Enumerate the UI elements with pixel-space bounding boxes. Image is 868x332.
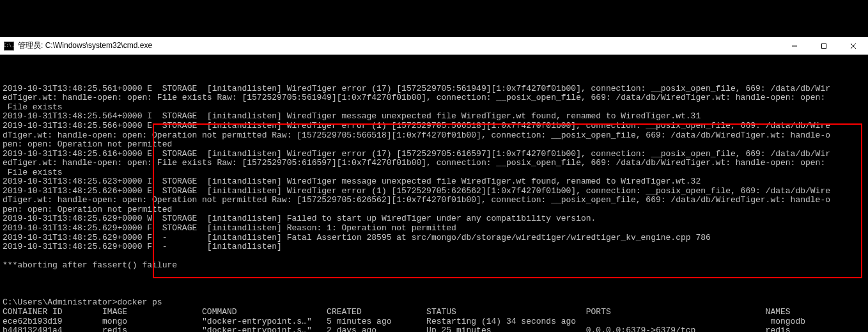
log-line: 2019-10-31T13:48:25.629+0000 F - [initan… [3, 233, 711, 242]
log-line: 2019-10-31T13:48:25.626+0000 E STORAGE [… [3, 186, 830, 196]
log-line: 2019-10-31T13:48:25.616+0000 E STORAGE [… [3, 149, 830, 159]
log-line: dTiger.wt: handle-open: open: Operation … [3, 130, 830, 140]
prompt-line: C:\Users\Administrator>docker ps [3, 297, 162, 307]
log-line: 2019-10-31T13:48:25.566+0000 E STORAGE [… [3, 121, 830, 130]
log-line: 2019-10-31T13:48:25.623+0000 I STORAGE [… [3, 177, 701, 186]
close-button[interactable] [839, 37, 868, 54]
svg-rect-1 [822, 43, 826, 48]
terminal-output[interactable]: 2019-10-31T13:48:25.561+0000 E STORAGE [… [0, 74, 868, 332]
log-line: pen: open: Operation not permitted [3, 205, 172, 214]
window-titlebar: C:\. 管理员: C:\Windows\system32\cmd.exe [0, 37, 868, 55]
log-line: 2019-10-31T13:48:25.561+0000 E STORAGE [… [3, 84, 830, 93]
log-line: 2019-10-31T13:48:25.564+0000 I STORAGE [… [3, 111, 701, 121]
log-line: dTiger.wt: handle-open: open: Operation … [3, 195, 830, 205]
cmd-icon: C:\. [4, 42, 14, 51]
window-title: 管理员: C:\Windows\system32\cmd.exe [18, 42, 152, 50]
minimize-button[interactable] [780, 37, 809, 54]
log-line: File exists [3, 168, 63, 177]
docker-ps-row: ece62b193d19 mongo "docker-entrypoint.s…… [3, 317, 805, 326]
log-line: 2019-10-31T13:48:25.629+0000 W STORAGE [… [3, 214, 596, 223]
log-line: 2019-10-31T13:48:25.629+0000 F - [initan… [3, 242, 282, 251]
log-line: File exists [3, 102, 63, 112]
log-line: edTiger.wt: handle-open: open: File exis… [3, 93, 825, 102]
log-line: 2019-10-31T13:48:25.629+0000 F STORAGE [… [3, 223, 456, 233]
log-line: ***aborting after fassert() failure [3, 260, 177, 270]
cmd-icon-text: C:\. [4, 43, 15, 49]
titlebar-left: C:\. 管理员: C:\Windows\system32\cmd.exe [0, 42, 152, 51]
docker-ps-row: b448132491a4 redis "docker-entrypoint.s…… [3, 326, 791, 332]
maximize-button[interactable] [809, 37, 839, 54]
window-controls [780, 37, 868, 54]
log-line: pen: open: Operation not permitted [3, 139, 172, 149]
docker-ps-header: CONTAINER ID IMAGE COMMAND CREATED STATU… [3, 307, 791, 317]
log-line: edTiger.wt: handle-open: open: File exis… [3, 158, 825, 168]
